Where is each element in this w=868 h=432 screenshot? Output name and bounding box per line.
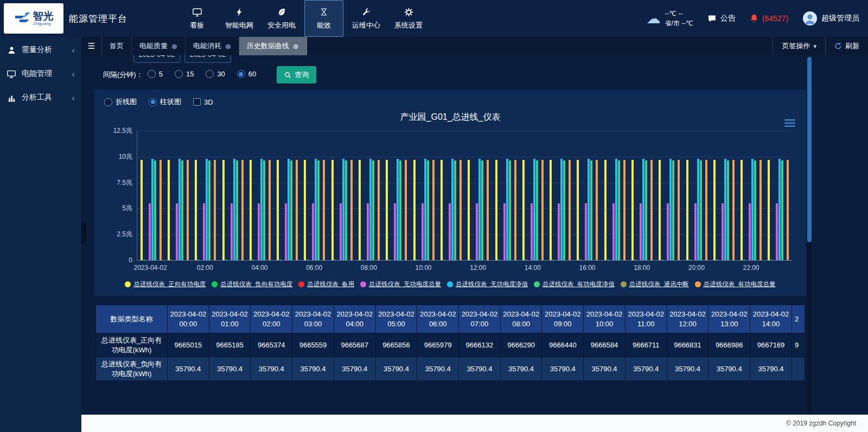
app-header: 智光 Zhiguang 能源管理平台 看板智能电网安全用电能效运维中心系统设置 … <box>0 0 868 37</box>
date-from-input[interactable]: 2023-04-02 <box>133 55 180 63</box>
legend-dot <box>534 281 540 287</box>
nav-item-安全用电[interactable]: 安全用电 <box>262 0 301 37</box>
tab-电能质量[interactable]: 电能质量⊗ <box>132 37 186 55</box>
bar-group-04:00 <box>246 131 273 260</box>
legend-item[interactable]: 总进线仪表_无功电度总量 <box>360 280 441 288</box>
interval-row: 间隔(分钟)： 5153060 查询 <box>103 67 806 83</box>
bar <box>697 159 699 260</box>
sidebar-item-分析工具[interactable]: 分析工具‹ <box>0 86 81 109</box>
bar <box>481 160 483 260</box>
bar-group-01:00 <box>164 131 192 260</box>
sidebar-toggle-button[interactable]: ☰ <box>81 37 102 55</box>
bar <box>778 159 781 260</box>
nav-item-运维中心[interactable]: 运维中心 <box>347 0 386 37</box>
y-axis-tick-label: 2.5兆 <box>117 230 132 239</box>
bar <box>424 159 426 260</box>
bar <box>451 159 454 260</box>
chart-type-controls: 折线图柱状图3D <box>104 97 796 107</box>
tab-operations-button[interactable]: 页签操作 ▾ <box>773 37 825 55</box>
alarm-count: (64527) <box>762 14 788 23</box>
nav-item-智能电网[interactable]: 智能电网 <box>220 0 259 37</box>
user-menu[interactable]: 超级管理员 <box>802 11 859 26</box>
date-to-input[interactable]: 2023-04-02 <box>184 55 231 63</box>
monitor-icon <box>7 69 16 79</box>
chart-type-option-3D[interactable]: 3D <box>193 98 213 106</box>
legend-item[interactable]: 总进线仪表_正向有功电度 <box>125 280 206 288</box>
interval-option-30[interactable]: 30 <box>206 70 225 78</box>
bar <box>776 203 778 260</box>
cell-clipped: 9 <box>792 333 805 357</box>
announcement-button[interactable]: 公告 <box>707 14 736 23</box>
table-row: 总进线仪表_负向有功电度(kWh)35790.435790.435790.435… <box>96 357 805 381</box>
tab-close-icon[interactable]: ⊗ <box>225 42 231 50</box>
legend-dot <box>298 281 304 287</box>
sidebar-item-电能管理[interactable]: 电能管理‹ <box>0 62 81 86</box>
bar <box>478 159 481 260</box>
table-header-timestamp: 2023-04-0212:00 <box>667 305 709 333</box>
legend-item[interactable]: 总进线仪表_备用 <box>298 280 354 288</box>
bar <box>503 203 506 260</box>
bar <box>432 160 435 260</box>
bar <box>304 160 306 260</box>
brand-subtitle: Zhiguang <box>33 21 54 26</box>
sidebar-item-label: 需量分析 <box>22 45 52 55</box>
gridline <box>137 131 792 131</box>
tab-close-icon[interactable]: ⊗ <box>171 42 177 50</box>
legend-label: 总进线仪表_通讯中断 <box>629 280 689 288</box>
alarm-button[interactable]: (64527) <box>750 14 788 23</box>
sidebar-menu: 需量分析‹电能管理‹分析工具‹ <box>0 38 81 109</box>
tab-close-icon[interactable]: ⊗ <box>293 42 299 50</box>
table-header-timestamp: 2023-04-0201:00 <box>209 305 251 333</box>
nav-item-系统设置[interactable]: 系统设置 <box>389 0 428 37</box>
interval-option-label: 5 <box>159 70 163 78</box>
nav-item-看板[interactable]: 看板 <box>177 0 216 37</box>
sidebar-item-label: 电能管理 <box>22 69 52 79</box>
vertical-scrollbar[interactable] <box>807 57 812 413</box>
bar <box>340 203 342 260</box>
y-axis-tick-label: 7.5兆 <box>117 178 132 187</box>
bar <box>323 160 325 260</box>
tab-历史数据曲线[interactable]: 历史数据曲线⊗ <box>239 37 307 55</box>
bar <box>577 160 579 260</box>
sidebar-item-需量分析[interactable]: 需量分析‹ <box>0 38 81 62</box>
interval-option-60[interactable]: 60 <box>237 70 256 78</box>
avatar <box>802 11 818 26</box>
chart-menu-icon[interactable] <box>783 118 796 128</box>
scrollbar-thumb[interactable] <box>807 57 812 242</box>
bar <box>618 160 620 260</box>
radio-icon <box>175 70 183 78</box>
nav-item-能效[interactable]: 能效 <box>304 0 343 37</box>
search-button[interactable]: 查询 <box>277 66 316 83</box>
refresh-button[interactable]: 刷新 <box>825 37 868 55</box>
bar <box>741 160 743 260</box>
cell-value: 9666711 <box>625 333 667 357</box>
data-table: 数据类型名称2023-04-0200:002023-04-0201:002023… <box>95 305 805 381</box>
cell-value: 9667169 <box>750 333 792 357</box>
bell-icon <box>750 14 758 23</box>
tab-电能消耗[interactable]: 电能消耗⊗ <box>186 37 239 55</box>
logo-mark-icon <box>14 11 30 25</box>
tab-首页[interactable]: 首页 <box>102 37 132 55</box>
interval-option-5[interactable]: 5 <box>148 70 163 78</box>
bar <box>531 203 533 260</box>
cell-value: 35790.4 <box>375 357 417 381</box>
cell-value: 35790.4 <box>334 357 375 381</box>
bar-group-05:00 <box>273 131 301 260</box>
bar <box>288 159 290 260</box>
legend-item[interactable]: 总进线仪表_负向有功电度 <box>212 280 292 288</box>
legend-item[interactable]: 总进线仪表_无功电度净值 <box>447 280 528 288</box>
bar <box>612 203 615 260</box>
legend-item[interactable]: 总进线仪表_有功电度总量 <box>695 280 776 288</box>
chevron-left-icon: ‹ <box>72 69 75 79</box>
chart-type-option-柱状图[interactable]: 柱状图 <box>149 97 181 107</box>
legend-item[interactable]: 总进线仪表_通讯中断 <box>621 280 689 288</box>
bar <box>187 160 189 260</box>
bar <box>277 160 279 260</box>
copyright-text: © 2019 zgzdh Copyright <box>786 420 856 427</box>
bar <box>590 160 592 260</box>
legend-label: 总进线仪表_负向有功电度 <box>220 280 292 288</box>
sidebar-collapse-handle[interactable] <box>81 222 86 244</box>
legend-item[interactable]: 总进线仪表_有功电度净值 <box>534 280 615 288</box>
chart-type-option-折线图[interactable]: 折线图 <box>104 97 137 107</box>
interval-option-15[interactable]: 15 <box>175 70 194 78</box>
